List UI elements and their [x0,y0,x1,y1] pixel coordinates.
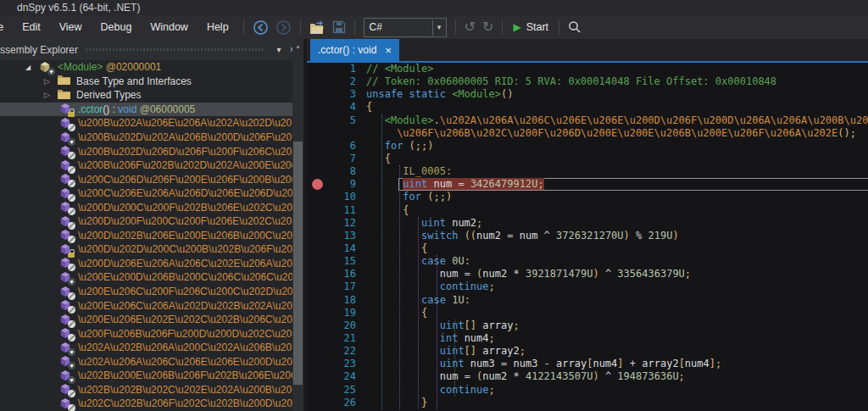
tree-item-folder[interactable]: ▷Derived Types [0,88,303,103]
method-icon [59,243,73,256]
breakpoint-gutter[interactable] [307,242,329,255]
tree-item-method[interactable]: \u200D\u202B\u206E\u200E\u206B\u200C\u20… [0,229,303,243]
tree-item-method[interactable]: .cctor() : void @06000005 [0,103,303,117]
breakpoint-gutter[interactable] [307,230,329,242]
breakpoint-gutter[interactable] [307,153,329,165]
code-text: case 1U: [356,294,868,307]
tab-cctor[interactable]: .cctor() : void × [310,39,399,61]
breakpoint-gutter[interactable] [307,268,329,280]
tree-item-method[interactable]: ♥\u202A\u202B\u206A\u200C\u202A\u206B\u2… [0,341,303,355]
start-debug-button[interactable]: ▶ Start [508,21,554,33]
menu-edit[interactable]: Edit [13,21,50,33]
code-line: 15 case 0U: [307,255,868,268]
breakpoint-gutter[interactable] [307,114,329,127]
chevron-collapsed-icon[interactable]: ▷ [44,77,58,86]
tree-item-method[interactable]: \u200B\u206F\u202B\u202D\u202A\u200E\u20… [0,158,303,173]
breakpoint-gutter[interactable] [307,140,329,153]
breakpoint-gutter[interactable] [307,319,329,332]
tree-item-method[interactable]: \u200D\u202D\u200C\u200B\u202B\u206F\u20 [0,242,303,257]
code-text: uint[] array; [356,319,868,332]
breakpoint-gutter[interactable] [307,75,329,88]
tab-close-icon[interactable]: × [385,45,392,56]
breakpoint-gutter[interactable] [307,255,329,268]
menu-view[interactable]: View [50,21,92,33]
search-button[interactable] [565,17,585,37]
breakpoint-gutter[interactable] [307,191,329,203]
menu-help[interactable]: Help [198,21,238,33]
code-text: num = (num2 * 4122143507U) ^ 194873636U; [356,370,868,383]
redo-button[interactable]: ↻ [479,17,497,37]
breakpoint-gutter[interactable] [307,345,329,358]
explorer-scrollbar[interactable]: ▲ [292,41,303,411]
tree-item-method[interactable]: \u200D\u200C\u200F\u202B\u206E\u202C\u20 [0,200,303,214]
breakpoint-gutter[interactable] [307,397,329,409]
chevron-collapsed-icon[interactable]: ▷ [44,91,58,99]
method-icon [59,327,73,340]
breakpoint-gutter[interactable] [307,101,329,114]
tree-item-method[interactable]: ♥\u200E\u200D\u206B\u200C\u206C\u206C\u2… [0,270,303,285]
breakpoint-gutter[interactable] [307,358,329,370]
tree-item-method[interactable]: \u200E\u206C\u200F\u206C\u200C\u202D\u20 [0,285,303,299]
breakpoint-gutter[interactable] [307,370,329,383]
save-button[interactable] [329,17,349,37]
start-button-label: Start [526,21,548,33]
tree-item-method[interactable]: ♥\u202A\u206A\u206C\u206E\u206E\u200D\u2… [0,354,303,369]
code-line: 19 { [307,307,868,319]
tree-item-method[interactable]: \u200B\u202A\u206E\u206A\u202A\u202D\u20 [0,116,303,131]
breakpoint-gutter[interactable] [307,165,329,178]
tree-item-method[interactable]: \u200C\u206E\u206A\u206D\u206E\u206D\u20 [0,186,303,201]
tree-item-module[interactable]: ◢♥<Module> @02000001 [0,60,303,75]
code-editor[interactable]: 1// <Module>2// Token: 0x06000005 RID: 5… [307,63,868,411]
method-icon [59,173,73,186]
menu-file[interactable]: File [0,21,13,33]
breakpoint-gutter[interactable] [307,217,329,230]
tree-item-method[interactable]: \u200D\u206E\u206A\u206C\u202E\u206A\u20 [0,257,303,271]
panel-dropdown-button[interactable]: ▾ [272,45,286,54]
scroll-up-icon[interactable]: ▲ [292,41,303,52]
tree-item-method[interactable]: \u200C\u206D\u206F\u200E\u206F\u200B\u20… [0,172,303,186]
tree-item-method[interactable]: \u200B\u202D\u206D\u206F\u200F\u206C\u20… [0,144,303,158]
tree-item-method[interactable]: \u202C\u202B\u206F\u202C\u202B\u200D\u20 [0,397,303,411]
code-text: case 0U: [356,255,868,268]
tree-item-folder[interactable]: ▷Base Type and Interfaces [0,75,303,89]
breakpoint-gutter[interactable] [307,178,329,191]
assembly-tree: ◢♥<Module> @02000001▷Base Type and Inter… [0,60,303,411]
open-file-button[interactable] [306,17,329,37]
line-number: 5 [329,114,356,127]
menu-window[interactable]: Window [141,21,197,33]
breakpoint-gutter[interactable] [307,332,329,345]
breakpoint-gutter[interactable] [307,294,329,307]
tree-item-method[interactable]: \u200D\u200F\u200C\u200F\u206E\u202C\u20… [0,214,303,229]
tree-item-method[interactable]: ♥\u202B\u200E\u206B\u206F\u202B\u206E\u2… [0,369,303,383]
tree-item-label: \u200B\u202D\u206D\u206F\u200F\u206C\u20… [78,146,298,158]
navigate-back-button[interactable] [249,17,272,37]
tree-item-method[interactable]: \u202B\u202B\u202C\u202E\u202A\u200B\u20… [0,383,303,397]
tree-item-label: .cctor() : void @06000005 [78,103,195,115]
breakpoint-gutter[interactable] [307,384,329,397]
breakpoint-gutter[interactable] [307,88,329,101]
chevron-expanded-icon[interactable]: ◢ [25,64,39,71]
undo-button[interactable]: ↺ [461,17,479,37]
tree-item-method[interactable]: \u200E\u206E\u202E\u202C\u202B\u206C\u20… [0,313,303,327]
navigate-forward-button[interactable] [272,17,295,37]
breakpoint-gutter[interactable] [307,280,329,293]
line-number: 8 [329,165,356,178]
code-text: uint num3 = num3 - array[num4] + array2[… [356,358,868,370]
breakpoint-gutter[interactable] [307,204,329,217]
tree-item-method[interactable]: \u200F\u206B\u206F\u200D\u200D\u202C\u20… [0,326,303,341]
method-icon: ♥ [59,342,73,354]
breakpoint-icon[interactable] [312,179,323,190]
tree-item-method[interactable]: \u200E\u206C\u206A\u202D\u202B\u202A\u20 [0,298,303,313]
breakpoint-gutter[interactable] [307,307,329,319]
breakpoint-gutter[interactable] [307,63,329,75]
tree-item-method[interactable]: ♥\u200B\u202D\u202A\u206B\u200D\u206F\u2… [0,131,303,145]
title-bar: dnSpy v6.5.1 (64-bit, .NET) [0,0,868,15]
menu-debug[interactable]: Debug [92,21,142,33]
code-line: 21 int num4; [307,332,868,345]
language-selector[interactable]: C# ▾ [364,18,447,37]
search-icon [568,20,581,34]
breakpoint-gutter[interactable] [307,127,329,140]
toolbar-separator [243,19,244,35]
scrollbar-thumb[interactable] [293,142,303,385]
chevron-down-icon[interactable]: ▾ [433,23,446,31]
